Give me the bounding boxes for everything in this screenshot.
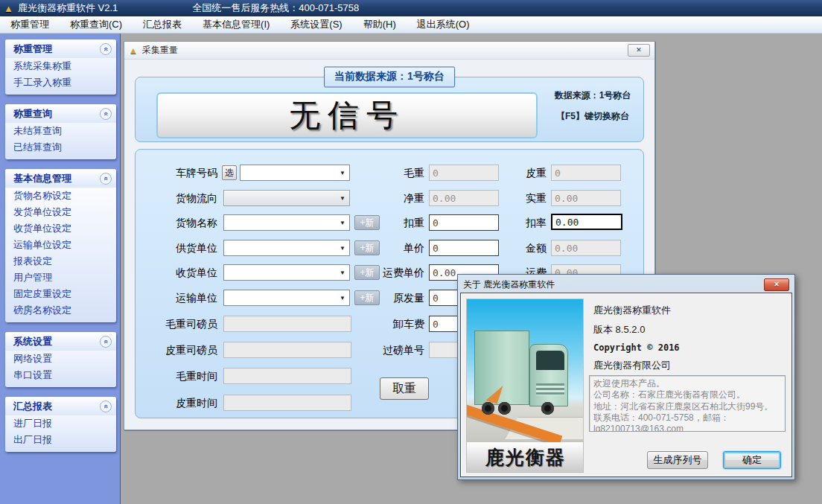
take-weight-button[interactable]: 取重 [380,377,429,400]
sidebar-item-system-weigh[interactable]: 系统采集称重 [5,58,116,74]
sidebar-item-scalehouse-name[interactable]: 磅房名称设定 [5,302,116,319]
sidebar-item-inbound-daily[interactable]: 进厂日报 [5,415,116,432]
tare-time-field [223,395,351,411]
section-header[interactable]: 基本信息管理 « [5,169,116,188]
sidebar-section-system-settings: 系统设置 « 网络设置 串口设置 [5,332,116,387]
plate-combo[interactable]: ▼ [240,165,350,181]
sidebar-item-settled-query[interactable]: 已结算查询 [5,139,116,156]
amount-label: 金额 [465,240,547,256]
truck-caption: 鹿光衡器 [467,442,584,472]
truck-windshield [536,351,564,370]
source-info: 数据来源：1号称台 【F5】键切换称台 [544,89,642,123]
section-header[interactable]: 称重查询 « [5,104,116,123]
origin-label: 原发量 [342,290,424,306]
supplier-combo[interactable]: ▼ [223,240,350,256]
sidebar-item-network-settings[interactable]: 网络设置 [5,351,116,367]
collapse-icon[interactable]: « [100,43,112,55]
actual-label: 实重 [465,190,547,206]
menu-bar: 称重管理 称重查询(C) 汇总报表 基本信息管理(I) 系统设置(S) 帮助(H… [0,16,822,34]
gross-operator-label: 毛重司磅员 [136,316,217,332]
menu-summary-report[interactable]: 汇总报表 [133,16,192,34]
truck-trailer [474,331,529,405]
dialog-close-button[interactable]: ✕ [764,278,789,291]
dialog-product-name: 鹿光衡器称重软件 [593,304,671,317]
sidebar-item-report-setting[interactable]: 报表设定 [5,253,116,269]
source-info-line2: 【F5】键切换称台 [556,110,629,123]
actual-field [551,190,621,206]
transport-combo[interactable]: ▼ [223,290,350,306]
section-title: 系统设置 [13,335,52,348]
section-header[interactable]: 称重管理 « [5,39,116,58]
section-header[interactable]: 汇总报表 « [5,397,116,415]
receiver-label: 收货单位 [136,264,217,281]
truck-grille [536,383,564,395]
menu-weigh-manage[interactable]: 称重管理 [0,16,60,34]
window-close-button[interactable]: ✕ [628,44,650,57]
rate-field[interactable] [551,214,622,230]
data-source-banner: 当前数据来源：1号称台 [324,66,455,87]
sidebar-item-user-manage[interactable]: 用户管理 [5,269,116,286]
tare-time-label: 皮重时间 [136,395,217,411]
flow-combo[interactable]: ▼ [223,190,350,206]
title-bar: ▲ 鹿光衡器称重软件 V2.1 全国统一售后服务热线：400-071-5758 [0,0,822,16]
sidebar-item-fixed-tare[interactable]: 固定皮重设定 [5,286,116,302]
ok-button[interactable]: 确定 [723,451,781,469]
transport-label: 运输单位 [136,290,217,306]
truck-logo-accent [485,382,503,404]
gross-operator-field [223,316,351,332]
dialog-info-box: 欢迎使用本产品。 公司名称：石家庄鹿光衡器有限公司。 地址：河北省石家庄鹿泉区石… [589,375,786,432]
sidebar-item-transport-unit[interactable]: 运输单位设定 [5,237,116,253]
goods-combo[interactable]: ▼ [223,214,350,231]
truck-wheel [482,402,494,415]
sidebar-item-serial-settings[interactable]: 串口设置 [5,367,116,383]
dialog-version: 版本 8.5.2.0 [593,323,645,336]
freight-price-label: 运费单价 [342,264,424,281]
about-dialog: 关于 鹿光衡器称重软件 ✕ [457,274,795,480]
deduct-label: 扣重 [342,214,424,231]
section-title: 基本信息管理 [13,172,71,185]
price-label: 单价 [342,240,424,256]
collapse-icon[interactable]: « [100,108,112,120]
dialog-company: 鹿光衡器有限公司 [593,359,671,372]
gross-label: 毛重 [342,165,424,181]
sidebar-item-unsettled-query[interactable]: 未结算查询 [5,123,116,139]
window-logo-icon: ▲ [129,45,138,56]
plate-select-button[interactable]: 选 [222,165,237,180]
plate-label: 车牌号码 [136,165,217,181]
weight-display-group: 当前数据来源：1号称台 无信号 数据来源：1号称台 【F5】键切换称台 [135,77,644,142]
dialog-title: 关于 鹿光衡器称重软件 [463,278,764,291]
truck-illustration: 鹿光衡器 [466,299,584,473]
section-title: 称重管理 [13,42,52,56]
tare-operator-field [223,342,351,358]
window-title: 采集重量 [142,44,628,57]
application: ▲ 鹿光衡器称重软件 V2.1 全国统一售后服务热线：400-071-5758 … [0,0,822,504]
unload-fee-label: 卸车费 [342,316,424,332]
app-logo-icon: ▲ [4,3,13,14]
tare-field [551,165,621,181]
gross-time-field [223,368,351,384]
sidebar-item-manual-weigh[interactable]: 手工录入称重 [5,74,116,91]
sidebar-item-goods-name[interactable]: 货物名称设定 [5,188,116,204]
menu-help[interactable]: 帮助(H) [353,16,407,34]
menu-exit[interactable]: 退出系统(O) [407,16,480,34]
collapse-icon[interactable]: « [100,401,112,412]
sidebar-item-sender-unit[interactable]: 发货单位设定 [5,204,116,220]
generate-serial-button[interactable]: 生成序列号 [647,451,708,469]
collapse-icon[interactable]: « [100,336,112,348]
section-header[interactable]: 系统设置 « [5,332,116,351]
collapse-icon[interactable]: « [100,173,112,185]
service-hotline: 全国统一售后服务热线：400-071-5758 [192,1,359,15]
receiver-combo[interactable]: ▼ [223,264,350,281]
flow-label: 货物流向 [136,190,217,206]
dialog-title-bar: 关于 鹿光衡器称重软件 ✕ [460,277,792,293]
menu-basic-info[interactable]: 基本信息管理(I) [192,16,280,34]
sidebar-item-outbound-daily[interactable]: 出厂日报 [5,432,116,448]
menu-system-settings[interactable]: 系统设置(S) [280,16,352,34]
truck-cab [529,344,568,406]
menu-weigh-query[interactable]: 称重查询(C) [60,16,133,34]
source-info-line1: 数据来源：1号称台 [555,89,631,102]
goods-label: 货物名称 [136,214,217,231]
weight-display: 无信号 [156,92,538,138]
sidebar-item-receiver-unit[interactable]: 收货单位设定 [5,220,116,237]
sidebar-section-weigh-query: 称重查询 « 未结算查询 已结算查询 [5,104,116,159]
